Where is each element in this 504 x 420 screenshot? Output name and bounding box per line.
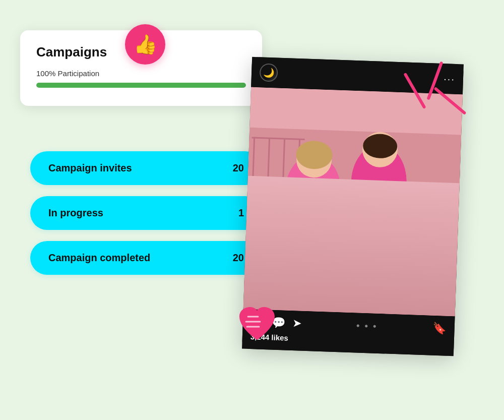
instagram-actions: 🤍 💬 ➤ ● ● ● 🔖 — [250, 315, 447, 335]
progress-bar — [36, 83, 246, 88]
moon-icon: 🌙 — [263, 67, 275, 79]
stat-pill-value-progress: 1 — [238, 207, 244, 219]
thumbs-up-icon: 👍 — [134, 33, 157, 55]
heart-decoration — [237, 306, 277, 345]
stat-pill-completed: Campaign completed 20 — [30, 241, 262, 275]
stat-pill-progress: In progress 1 — [30, 196, 262, 230]
instagram-more-dots[interactable]: ··· — [444, 73, 455, 85]
instagram-post-image — [243, 87, 463, 316]
ig-dots-pagination: ● ● ● — [356, 322, 378, 330]
stat-pill-label-progress: In progress — [48, 207, 103, 219]
bookmark-icon[interactable]: 🔖 — [432, 322, 447, 335]
stat-pill-label-invites: Campaign invites — [48, 162, 132, 174]
share-icon[interactable]: ➤ — [292, 317, 301, 330]
heart-svg — [237, 306, 277, 343]
stat-pills-container: Campaign invites 20 In progress 1 Campai… — [30, 151, 262, 275]
stat-pill-invites: Campaign invites 20 — [30, 151, 262, 185]
building-background — [243, 176, 460, 316]
stat-pill-label-completed: Campaign completed — [48, 252, 150, 264]
participation-label: 100% Participation — [36, 69, 246, 78]
stat-pill-value-completed: 20 — [233, 252, 244, 264]
stat-pill-value-invites: 20 — [233, 162, 244, 174]
progress-bar-fill — [36, 83, 246, 88]
thumbs-up-badge: 👍 — [125, 24, 165, 65]
instagram-avatar: 🌙 — [260, 63, 278, 82]
girls-image — [243, 87, 463, 316]
instagram-likes: 3,244 likes — [250, 332, 446, 348]
